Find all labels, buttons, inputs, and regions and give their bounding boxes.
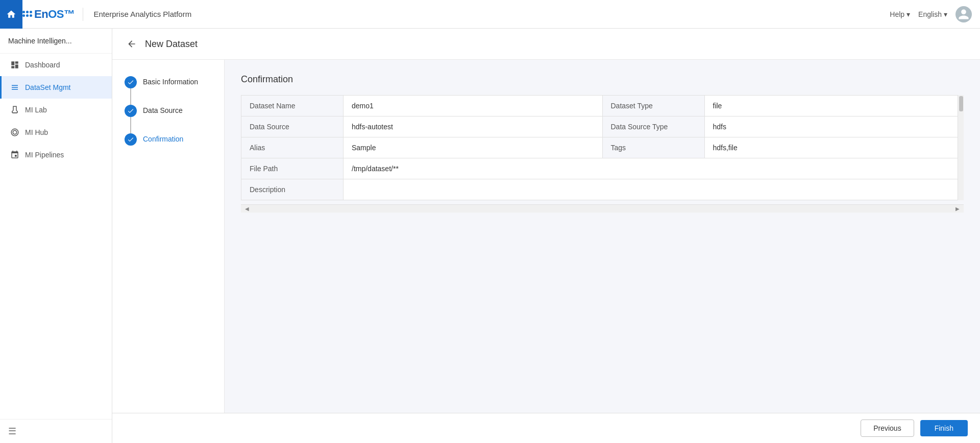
logo-text: EnOS™ (34, 8, 75, 21)
page-header: New Dataset (112, 29, 980, 60)
menu-icon[interactable]: ☰ (8, 426, 16, 436)
step-line-1 (130, 88, 131, 105)
confirmation-table: Dataset Name demo1 Dataset Type file Dat… (241, 95, 964, 200)
top-header: EnOS™ Enterprise Analytics Platform Help… (0, 0, 980, 29)
field-value-data-source: hdfs-autotest (344, 116, 603, 137)
field-label-tags: Tags (602, 137, 704, 158)
field-value-dataset-type: file (704, 96, 964, 116)
wizard-content: Basic Information Data Source (112, 60, 980, 413)
table-row: Data Source hdfs-autotest Data Source Ty… (241, 116, 964, 137)
step-circle-3 (125, 133, 137, 146)
form-area: Confirmation Dataset Name demo1 Dataset … (225, 60, 980, 413)
sidebar-item-dashboard[interactable]: Dashboard (0, 54, 112, 76)
field-label-alias: Alias (241, 137, 344, 158)
field-value-dataset-name: demo1 (344, 96, 603, 116)
scroll-right-arrow[interactable]: ▶ (953, 205, 962, 213)
table-row: Dataset Name demo1 Dataset Type file (241, 96, 964, 116)
language-button[interactable]: English ▾ (918, 10, 947, 18)
avatar[interactable] (955, 6, 972, 22)
field-value-alias: Sample (344, 137, 603, 158)
logo-dots (22, 11, 32, 18)
table-container: Dataset Name demo1 Dataset Type file Dat… (241, 95, 964, 200)
sidebar-item-label: MI Hub (25, 128, 48, 136)
scroll-left-arrow[interactable]: ◀ (243, 205, 251, 213)
step-line-2 (130, 117, 131, 133)
step-basic-info: Basic Information (125, 76, 212, 105)
sidebar-item-mi-hub[interactable]: MI Hub (0, 121, 112, 144)
field-label-description: Description (241, 179, 344, 200)
field-value-file-path: /tmp/dataset/** (344, 158, 964, 179)
home-button[interactable] (0, 0, 22, 29)
sidebar-item-label: MI Pipelines (25, 151, 64, 159)
previous-button[interactable]: Previous (861, 419, 914, 437)
step-icon-wrap-3 (125, 133, 137, 146)
step-label-3: Confirmation (143, 133, 183, 143)
field-label-file-path: File Path (241, 158, 344, 179)
pipelines-icon (10, 150, 20, 160)
finish-button[interactable]: Finish (920, 420, 968, 436)
logo-area: EnOS™ (22, 8, 83, 21)
field-value-data-source-type: hdfs (704, 116, 964, 137)
sidebar-item-mi-pipelines[interactable]: MI Pipelines (0, 144, 112, 166)
field-label-dataset-type: Dataset Type (602, 96, 704, 116)
step-label-1: Basic Information (143, 76, 198, 86)
back-button[interactable] (125, 37, 139, 51)
sidebar-app-name: Machine Intelligen... (0, 29, 112, 54)
table-row: Description (241, 179, 964, 200)
lab-icon (10, 105, 20, 115)
main-layout: Machine Intelligen... Dashboard DataSet … (0, 29, 980, 443)
step-icon-wrap-2 (125, 105, 137, 133)
step-circle-2 (125, 105, 137, 117)
table-row: File Path /tmp/dataset/** (241, 158, 964, 179)
sidebar-item-label: Dashboard (25, 61, 60, 69)
sidebar-item-dataset-mgmt[interactable]: DataSet Mgmt (0, 76, 112, 99)
step-confirmation: Confirmation (125, 133, 212, 146)
step-circle-1 (125, 76, 137, 88)
field-label-data-source: Data Source (241, 116, 344, 137)
dashboard-icon (10, 60, 20, 70)
sidebar-item-label: DataSet Mgmt (25, 83, 70, 91)
confirmation-title: Confirmation (241, 74, 964, 85)
sidebar: Machine Intelligen... Dashboard DataSet … (0, 29, 112, 443)
field-value-description (344, 179, 964, 200)
chevron-down-icon: ▾ (944, 10, 947, 18)
platform-name: Enterprise Analytics Platform (93, 10, 191, 18)
field-label-dataset-name: Dataset Name (241, 96, 344, 116)
step-label-2: Data Source (143, 105, 183, 114)
page-footer: Previous Finish (112, 413, 980, 443)
scrollbar-thumb (959, 96, 963, 111)
help-button[interactable]: Help ▾ (890, 10, 910, 18)
sidebar-item-label: MI Lab (25, 106, 47, 114)
chevron-down-icon: ▾ (906, 10, 910, 18)
page-title: New Dataset (145, 39, 198, 50)
sidebar-item-mi-lab[interactable]: MI Lab (0, 99, 112, 121)
header-right: Help ▾ English ▾ (890, 6, 972, 22)
table-row: Alias Sample Tags hdfs,file (241, 137, 964, 158)
horizontal-scrollbar-area: ◀ ▶ (241, 204, 964, 213)
content-area: New Dataset Basic Information (112, 29, 980, 443)
field-value-tags: hdfs,file (704, 137, 964, 158)
wizard-steps: Basic Information Data Source (112, 60, 225, 413)
step-icon-wrap (125, 76, 137, 105)
field-label-data-source-type: Data Source Type (602, 116, 704, 137)
vertical-scrollbar[interactable] (958, 95, 964, 200)
sidebar-bottom: ☰ (0, 419, 112, 443)
dataset-icon (10, 82, 20, 92)
step-data-source: Data Source (125, 105, 212, 133)
hub-icon (10, 127, 20, 137)
